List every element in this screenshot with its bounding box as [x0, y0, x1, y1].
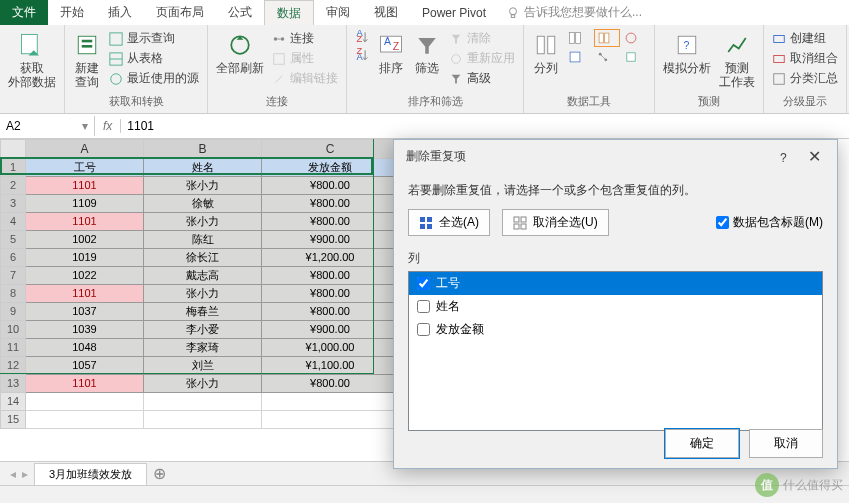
row-header[interactable]: 14	[0, 393, 26, 411]
row-header[interactable]: 3	[0, 195, 26, 213]
row-header[interactable]: 9	[0, 303, 26, 321]
cell[interactable]: 李小爱	[144, 321, 262, 339]
tab-powerpivot[interactable]: Power Pivot	[410, 0, 498, 25]
cell[interactable]: 陈红	[144, 231, 262, 249]
cell[interactable]: ¥800.00	[262, 285, 399, 303]
cell[interactable]: 1101	[26, 177, 144, 195]
sort-asc-button[interactable]: AZ	[353, 29, 371, 45]
cell[interactable]: 张小力	[144, 375, 262, 393]
tab-insert[interactable]: 插入	[96, 0, 144, 25]
row-header[interactable]: 4	[0, 213, 26, 231]
whatif-button[interactable]: ?模拟分析	[661, 29, 713, 77]
cell[interactable]: ¥800.00	[262, 267, 399, 285]
ungroup-button[interactable]: 取消组合	[770, 49, 840, 68]
cell[interactable]	[144, 411, 262, 429]
refresh-all-button[interactable]: 全部刷新	[214, 29, 266, 77]
properties-button[interactable]: 属性	[270, 49, 340, 68]
cell[interactable]: ¥1,000.00	[262, 339, 399, 357]
column-header[interactable]: C	[262, 139, 399, 159]
recent-sources-button[interactable]: 最近使用的源	[107, 69, 201, 88]
tab-view[interactable]: 视图	[362, 0, 410, 25]
cell[interactable]: 1101	[26, 213, 144, 231]
tab-prev-icon[interactable]: ◂	[10, 467, 16, 481]
cell[interactable]: ¥900.00	[262, 321, 399, 339]
header-cell[interactable]: 发放金额	[262, 159, 399, 177]
tab-home[interactable]: 开始	[48, 0, 96, 25]
cell[interactable]: 张小力	[144, 213, 262, 231]
row-header[interactable]: 6	[0, 249, 26, 267]
cell[interactable]: ¥800.00	[262, 177, 399, 195]
column-header[interactable]: A	[26, 139, 144, 159]
cell[interactable]: 徐长江	[144, 249, 262, 267]
select-all-button[interactable]: 全选(A)	[408, 209, 490, 236]
cell[interactable]: 1101	[26, 285, 144, 303]
cell[interactable]: ¥800.00	[262, 375, 399, 393]
sort-desc-button[interactable]: ZA	[353, 47, 371, 63]
row-header[interactable]: 7	[0, 267, 26, 285]
from-table-button[interactable]: 从表格	[107, 49, 201, 68]
connections-button[interactable]: 连接	[270, 29, 340, 48]
name-box[interactable]: A2▾	[0, 116, 95, 136]
filter-button[interactable]: 筛选	[411, 29, 443, 77]
sheet-tab[interactable]: 3月加班绩效发放	[34, 463, 147, 485]
cell[interactable]: 徐敏	[144, 195, 262, 213]
tab-review[interactable]: 审阅	[314, 0, 362, 25]
flash-fill-button[interactable]	[566, 29, 592, 47]
tab-formula[interactable]: 公式	[216, 0, 264, 25]
text-to-columns-button[interactable]: 分列	[530, 29, 562, 77]
cell[interactable]: 1022	[26, 267, 144, 285]
show-queries-button[interactable]: 显示查询	[107, 29, 201, 48]
clear-filter-button[interactable]: 清除	[447, 29, 517, 48]
ok-button[interactable]: 确定	[665, 429, 739, 458]
sort-button[interactable]: AZ排序	[375, 29, 407, 77]
unselect-all-button[interactable]: 取消全选(U)	[502, 209, 609, 236]
cell[interactable]: 戴志高	[144, 267, 262, 285]
new-sheet-icon[interactable]: ⊕	[153, 464, 166, 483]
has-headers-checkbox[interactable]: 数据包含标题(M)	[716, 214, 823, 231]
cell[interactable]: ¥900.00	[262, 231, 399, 249]
forecast-button[interactable]: 预测 工作表	[717, 29, 757, 92]
select-all-corner[interactable]	[0, 139, 26, 159]
tell-me[interactable]: 告诉我您想要做什么...	[506, 0, 642, 25]
row-header[interactable]: 15	[0, 411, 26, 429]
get-external-data-button[interactable]: 获取 外部数据	[6, 29, 58, 92]
cell[interactable]: 1039	[26, 321, 144, 339]
fx-icon[interactable]: fx	[95, 119, 121, 133]
cell[interactable]	[26, 411, 144, 429]
header-cell[interactable]: 姓名	[144, 159, 262, 177]
header-cell[interactable]: 工号	[26, 159, 144, 177]
row-header[interactable]: 12	[0, 357, 26, 375]
row-header[interactable]: 8	[0, 285, 26, 303]
cell[interactable]: 1019	[26, 249, 144, 267]
column-header[interactable]: B	[144, 139, 262, 159]
cell[interactable]: 1048	[26, 339, 144, 357]
cell[interactable]: 张小力	[144, 177, 262, 195]
group-button[interactable]: 创建组	[770, 29, 840, 48]
subtotal-button[interactable]: 分类汇总	[770, 69, 840, 88]
row-header[interactable]: 13	[0, 375, 26, 393]
reapply-button[interactable]: 重新应用	[447, 49, 517, 68]
cell[interactable]: ¥800.00	[262, 195, 399, 213]
help-icon[interactable]: ?	[770, 147, 797, 169]
cell[interactable]: 梅春兰	[144, 303, 262, 321]
tab-layout[interactable]: 页面布局	[144, 0, 216, 25]
row-header[interactable]: 10	[0, 321, 26, 339]
cell[interactable]: 1101	[26, 375, 144, 393]
cell[interactable]: 李家琦	[144, 339, 262, 357]
row-header[interactable]: 5	[0, 231, 26, 249]
cell[interactable]	[262, 393, 399, 411]
tab-next-icon[interactable]: ▸	[22, 467, 28, 481]
list-item[interactable]: 发放金额	[409, 318, 822, 341]
cell[interactable]: 1002	[26, 231, 144, 249]
cancel-button[interactable]: 取消	[749, 429, 823, 458]
cell[interactable]	[26, 393, 144, 411]
close-icon[interactable]: ✕	[800, 144, 829, 169]
consolidate-button[interactable]	[566, 49, 592, 65]
manage-data-model-button[interactable]	[622, 49, 648, 65]
remove-duplicates-button[interactable]	[594, 29, 620, 47]
tab-data[interactable]: 数据	[264, 0, 314, 25]
tab-file[interactable]: 文件	[0, 0, 48, 25]
advanced-filter-button[interactable]: 高级	[447, 69, 517, 88]
cell[interactable]: ¥1,100.00	[262, 357, 399, 375]
list-item[interactable]: 姓名	[409, 295, 822, 318]
